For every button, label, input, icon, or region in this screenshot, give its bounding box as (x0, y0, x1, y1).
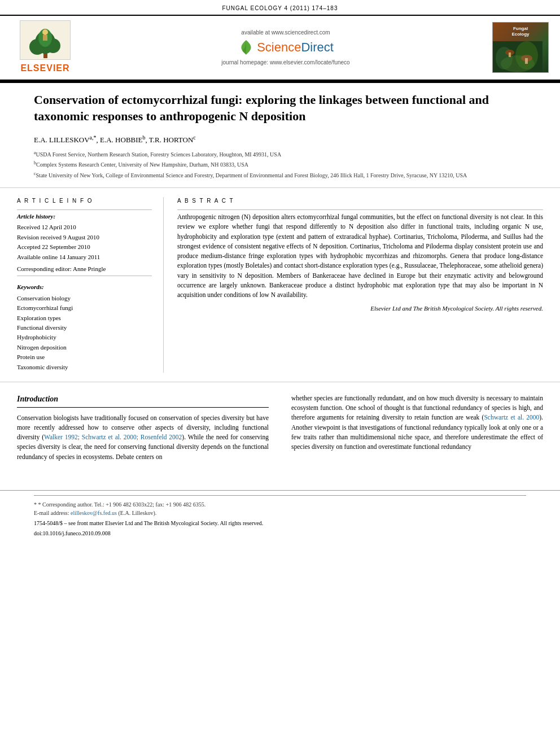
ref-schwartz: Schwartz et al. 2000 (484, 414, 539, 421)
corresponding-author-note: * * Corresponding author. Tel.: +1 906 4… (34, 500, 526, 509)
title-section: Conservation of ectomycorrhizal fungi: e… (0, 81, 560, 188)
journal-cover-image: Fungal Ecology (492, 22, 549, 73)
svg-rect-13 (509, 53, 511, 57)
revision-date: Revision received 9 August 2010 (17, 233, 152, 242)
keyword-5: Hydrophobicity (17, 333, 152, 342)
author-c-sup: c (193, 134, 195, 141)
keyword-3: Exploration types (17, 314, 152, 322)
affiliation-b: bComplex Systems Research Center, Univer… (34, 160, 526, 169)
journal-cover-title: Fungal Ecology (511, 26, 529, 37)
svg-rect-7 (43, 35, 47, 41)
journal-header: FUNGAL ECOLOGY 4 (2011) 174–183 (0, 0, 560, 15)
keywords-list: Conservation biology Ectomycorrhizal fun… (17, 294, 152, 372)
header-center: available at www.sciencedirect.com Scien… (79, 29, 492, 67)
footer-section: * * Corresponding author. Tel.: +1 906 4… (0, 490, 560, 542)
received-date: Received 12 April 2010 (17, 223, 152, 231)
svg-rect-15 (525, 58, 528, 64)
body-right-column: whether species are functionally redunda… (280, 394, 543, 462)
keyword-2: Ectomycorrhizal fungi (17, 304, 152, 312)
intro-heading: Introduction (17, 394, 269, 408)
sciencedirect-text: ScienceDirect (257, 39, 334, 56)
journal-homepage-text: journal homepage: www.elsevier.com/locat… (90, 59, 481, 67)
keyword-7: Protein use (17, 353, 152, 361)
keywords-label: Keywords: (17, 283, 152, 291)
intro-right-text: whether species are functionally redunda… (291, 394, 543, 452)
sd-leaf-icon (238, 39, 255, 56)
info-divider-mid (17, 276, 152, 276)
article-info-abstract-section: A R T I C L E I N F O Article history: R… (0, 188, 560, 382)
available-at-text: available at www.sciencedirect.com (90, 29, 481, 37)
abstract-panel: A B S T R A C T Anthropogenic nitrogen (… (164, 197, 543, 373)
ref-walker: Walker 1992; Schwartz et al. 2000; Rosen… (44, 434, 182, 440)
abstract-text: Anthropogenic nitrogen (N) deposition al… (177, 212, 543, 300)
keyword-1: Conservation biology (17, 294, 152, 303)
elsevier-tree-image (20, 20, 71, 60)
keyword-4: Functional diversity (17, 324, 152, 332)
info-divider-top (17, 209, 152, 210)
article-title: Conservation of ectomycorrhizal fungi: e… (34, 92, 526, 124)
intro-left-text: Conservation biologists have traditional… (17, 413, 269, 462)
available-online-date: Available online 14 January 2011 (17, 253, 152, 261)
issn-line: 1754-5048/$ – see front matter Elsevier … (34, 519, 526, 527)
affiliation-a: aUSDA Forest Service, Northern Research … (34, 150, 526, 159)
author-a-name: E.A. LILLESKOV (34, 136, 90, 144)
header-bar: ELSEVIER available at www.sciencedirect.… (0, 15, 560, 80)
author-b-name: E.A. HOBBIE (100, 136, 142, 144)
affiliation-c: cState University of New York, College o… (34, 171, 526, 180)
abstract-divider (177, 209, 543, 210)
abstract-copyright: Elsevier Ltd and The British Mycological… (177, 304, 543, 313)
author-b-sup: b (143, 134, 146, 141)
email-line: E-mail address: elilleskov@fs.fed.us (E.… (34, 509, 526, 517)
svg-point-6 (42, 29, 48, 35)
elsevier-logo: ELSEVIER (11, 20, 79, 75)
article-history-label: Article history: (17, 212, 152, 221)
author-c-name: T.R. HORTON (149, 136, 194, 144)
cover-background-art (493, 41, 542, 72)
sciencedirect-logo: ScienceDirect (90, 39, 481, 56)
corresponding-asterisk: * (34, 501, 38, 508)
keyword-8: Taxonomic diversity (17, 363, 152, 372)
footer-divider (34, 495, 526, 496)
elsevier-wordmark: ELSEVIER (20, 62, 69, 75)
abstract-label: A B S T R A C T (177, 197, 543, 205)
article-info-label: A R T I C L E I N F O (17, 197, 152, 205)
keyword-6: Nitrogen deposition (17, 343, 152, 352)
doi-line: doi:10.1016/j.funeco.2010.09.008 (34, 530, 526, 538)
affiliations: aUSDA Forest Service, Northern Research … (34, 150, 526, 180)
author-email[interactable]: elilleskov@fs.fed.us (71, 510, 117, 516)
authors-line: E.A. LILLESKOVa,*, E.A. HOBBIEb, T.R. HO… (34, 134, 526, 146)
body-section: Introduction Conservation biologists hav… (0, 382, 560, 473)
accepted-date: Accepted 22 September 2010 (17, 243, 152, 251)
article-info-panel: A R T I C L E I N F O Article history: R… (17, 197, 164, 373)
author-a-sup: a,* (90, 134, 97, 141)
body-left-column: Introduction Conservation biologists hav… (17, 394, 280, 462)
corresponding-editor: Corresponding editor: Anne Pringle (17, 265, 152, 273)
